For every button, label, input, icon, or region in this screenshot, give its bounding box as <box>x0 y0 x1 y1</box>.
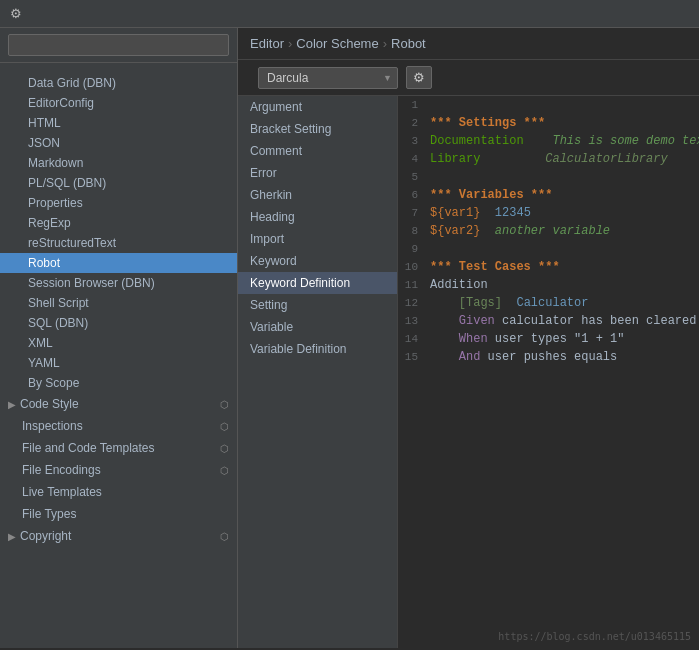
sidebar-group-file-encodings[interactable]: File Encodings⬡ <box>0 459 237 481</box>
sidebar-item-data-grid[interactable]: Data Grid (DBN) <box>0 73 237 93</box>
sidebar-item-yaml[interactable]: YAML <box>0 353 237 373</box>
code-line-9: 9 <box>398 240 699 258</box>
sidebar-group-code-style[interactable]: ▶Code Style⬡ <box>0 393 237 415</box>
line-content <box>426 240 699 258</box>
sidebar-item-properties[interactable]: Properties <box>0 193 237 213</box>
sidebar-group-file-code-templates[interactable]: File and Code Templates⬡ <box>0 437 237 459</box>
keyword-item-error[interactable]: Error <box>238 162 397 184</box>
sidebar-group-copyright[interactable]: ▶Copyright⬡ <box>0 525 237 547</box>
code-line-15: 15 And user pushes equals <box>398 348 699 366</box>
group-icon-code-style: ⬡ <box>220 399 229 410</box>
code-token: Given <box>459 314 495 328</box>
sidebar-item-regexp[interactable]: RegExp <box>0 213 237 233</box>
keyword-item-keyword[interactable]: Keyword <box>238 250 397 272</box>
sidebar-item-plsql[interactable]: PL/SQL (DBN) <box>0 173 237 193</box>
group-icon-file-code-templates: ⬡ <box>220 443 229 454</box>
code-line-5: 5 <box>398 168 699 186</box>
line-content: *** Variables *** <box>426 186 699 204</box>
code-token: *** Test Cases *** <box>430 260 560 274</box>
code-line-11: 11Addition <box>398 276 699 294</box>
line-number: 5 <box>398 168 426 186</box>
line-number: 11 <box>398 276 426 294</box>
code-line-14: 14 When user types "1 + 1" <box>398 330 699 348</box>
code-line-12: 12 [Tags] Calculator <box>398 294 699 312</box>
line-number: 13 <box>398 312 426 330</box>
keyword-item-comment[interactable]: Comment <box>238 140 397 162</box>
line-content: And user pushes equals <box>426 348 699 366</box>
line-content: *** Settings *** <box>426 114 699 132</box>
sidebar-item-shell-script[interactable]: Shell Script <box>0 293 237 313</box>
sidebar-item-session-browser[interactable]: Session Browser (DBN) <box>0 273 237 293</box>
right-panel: Editor › Color Scheme › Robot Darcula In… <box>238 28 699 648</box>
code-line-7: 7${var1} 12345 <box>398 204 699 222</box>
code-line-6: 6*** Variables *** <box>398 186 699 204</box>
group-label-inspections: Inspections <box>22 419 83 433</box>
editor-section-header <box>0 63 237 73</box>
scheme-gear-button[interactable]: ⚙ <box>406 66 432 89</box>
keyword-item-heading[interactable]: Heading <box>238 206 397 228</box>
keyword-item-bracket-setting[interactable]: Bracket Setting <box>238 118 397 140</box>
breadcrumb: Editor › Color Scheme › Robot <box>238 28 699 60</box>
group-icon-inspections: ⬡ <box>220 421 229 432</box>
sidebar-item-robot[interactable]: Robot <box>0 253 237 273</box>
code-token: ${var2} <box>430 224 480 238</box>
sidebar-item-restructuredtext[interactable]: reStructuredText <box>0 233 237 253</box>
line-number: 14 <box>398 330 426 348</box>
sidebar-item-editorconfig[interactable]: EditorConfig <box>0 93 237 113</box>
code-line-13: 13 Given calculator has been cleared <box>398 312 699 330</box>
keyword-item-setting[interactable]: Setting <box>238 294 397 316</box>
code-token: When <box>459 332 488 346</box>
line-number: 12 <box>398 294 426 312</box>
line-number: 10 <box>398 258 426 276</box>
keyword-item-argument[interactable]: Argument <box>238 96 397 118</box>
sidebar-item-xml[interactable]: XML <box>0 333 237 353</box>
scheme-select[interactable]: Darcula IntelliJ Default High contrast <box>258 67 398 89</box>
code-token: ${var1} <box>430 206 480 220</box>
line-number: 2 <box>398 114 426 132</box>
search-input[interactable] <box>8 34 229 56</box>
group-label-code-style: Code Style <box>20 397 79 411</box>
code-line-8: 8${var2} another variable <box>398 222 699 240</box>
sidebar-item-markdown[interactable]: Markdown <box>0 153 237 173</box>
sidebar-group-live-templates[interactable]: Live Templates <box>0 481 237 503</box>
sidebar-groups: ▶Code Style⬡Inspections⬡File and Code Te… <box>0 393 237 547</box>
settings-icon: ⚙ <box>10 6 22 21</box>
sidebar-group-file-types[interactable]: File Types <box>0 503 237 525</box>
code-token: another variable <box>495 224 610 238</box>
keyword-item-import[interactable]: Import <box>238 228 397 250</box>
group-icon-copyright: ⬡ <box>220 531 229 542</box>
keyword-item-gherkin[interactable]: Gherkin <box>238 184 397 206</box>
keyword-item-variable[interactable]: Variable <box>238 316 397 338</box>
sidebar-item-json[interactable]: JSON <box>0 133 237 153</box>
keyword-item-variable-definition[interactable]: Variable Definition <box>238 338 397 360</box>
line-number: 4 <box>398 150 426 168</box>
line-content: *** Test Cases *** <box>426 258 699 276</box>
group-label-file-types: File Types <box>22 507 76 521</box>
scheme-bar: Darcula IntelliJ Default High contrast ⚙ <box>238 60 699 96</box>
breadcrumb-editor: Editor <box>250 36 284 51</box>
code-token: user pushes equals <box>480 350 617 364</box>
line-content: Library CalculatorLibrary <box>426 150 699 168</box>
code-line-1: 1 <box>398 96 699 114</box>
keyword-item-keyword-definition[interactable]: Keyword Definition <box>238 272 397 294</box>
group-label-file-encodings: File Encodings <box>22 463 101 477</box>
code-token: 12345 <box>495 206 531 220</box>
scheme-select-wrapper: Darcula IntelliJ Default High contrast <box>258 67 398 89</box>
code-line-4: 4Library CalculatorLibrary <box>398 150 699 168</box>
code-token: Library <box>430 152 480 166</box>
code-line-3: 3Documentation This is some demo text <box>398 132 699 150</box>
sidebar-item-html[interactable]: HTML <box>0 113 237 133</box>
code-token: user types "1 + 1" <box>488 332 625 346</box>
sidebar-item-by-scope[interactable]: By Scope <box>0 373 237 393</box>
code-token: Calculator <box>516 296 588 310</box>
sidebar-group-inspections[interactable]: Inspections⬡ <box>0 415 237 437</box>
breadcrumb-current: Robot <box>391 36 426 51</box>
line-content: ${var2} another variable <box>426 222 699 240</box>
main-layout: Data Grid (DBN)EditorConfigHTMLJSONMarkd… <box>0 28 699 648</box>
breadcrumb-sep2: › <box>383 36 387 51</box>
expand-arrow-icon: ▶ <box>8 531 16 542</box>
code-token: [Tags] <box>459 296 502 310</box>
line-number: 7 <box>398 204 426 222</box>
line-number: 3 <box>398 132 426 150</box>
sidebar-item-sql-dbn[interactable]: SQL (DBN) <box>0 313 237 333</box>
